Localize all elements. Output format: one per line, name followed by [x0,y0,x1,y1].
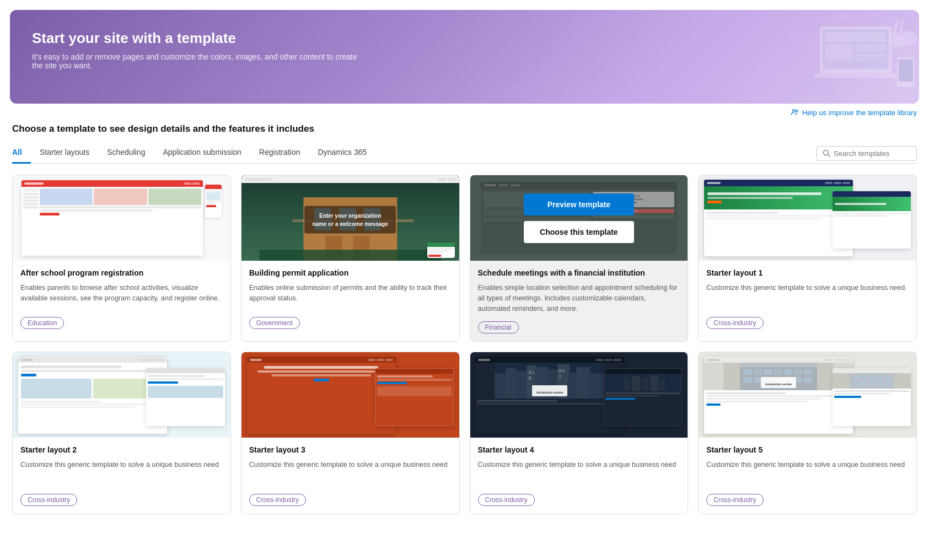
card-tag[interactable]: Cross-industry [478,494,535,506]
tab-registration[interactable]: Registration [250,143,309,164]
hero-banner: Start your site with a template It's eas… [10,10,919,104]
card-title: Starter layout 4 [478,445,680,454]
card-thumbnail [13,352,230,438]
svg-rect-47 [632,376,640,391]
template-card-starter4[interactable]: Introduction section [470,352,689,514]
card-body: Starter layout 1 Customize this generic … [699,261,916,337]
search-box[interactable] [817,146,917,161]
choose-template-button[interactable]: Choose this template [524,221,634,243]
template-card-schedule[interactable]: Schedule Welcome toReset InstitutionName [470,175,689,342]
svg-rect-4 [814,73,897,78]
card-tag[interactable]: Cross-industry [706,494,763,506]
svg-rect-42 [559,369,561,373]
side-arch [833,373,911,389]
help-link-text: Help us improve the template library [802,109,917,117]
card-title: Starter layout 5 [706,445,909,454]
card-thumbnail: Introduction section [470,352,688,438]
svg-rect-31 [515,371,528,399]
svg-rect-78 [885,382,890,386]
tab-scheduling[interactable]: Scheduling [98,143,154,164]
card-thumbnail [13,175,230,261]
preview-template-button[interactable]: Preview template [524,193,634,216]
card-body: Schedule meetings with a financial insti… [470,261,688,341]
hero-illustration [732,10,919,104]
card-thumbnail: Enter your organizationname or a welcome… [241,175,459,261]
svg-rect-56 [764,369,772,375]
template-card-after-school[interactable]: After school program registration Enable… [12,175,231,342]
card-tag[interactable]: Government [249,317,300,329]
card-title: After school program registration [20,268,223,277]
card-tag[interactable]: Financial [478,321,519,333]
card-title: Starter layout 1 [706,268,909,277]
svg-rect-50 [659,380,665,391]
card-description: Enables online submission of permits and… [249,283,452,309]
svg-rect-57 [774,369,782,375]
svg-marker-13 [841,13,845,18]
svg-rect-58 [784,369,792,375]
svg-rect-44 [559,375,561,378]
svg-rect-70 [862,375,867,380]
card-description: Customize this generic template to solve… [20,460,223,486]
svg-rect-49 [650,375,658,391]
help-link-bar: Help us improve the template library [0,104,929,119]
svg-rect-55 [754,369,762,375]
side-building [604,374,682,391]
template-card-starter3[interactable]: Starter layout 3 Customize this generic … [241,352,460,514]
card-title: Schedule meetings with a financial insti… [478,268,680,277]
svg-rect-61 [744,377,752,383]
svg-line-19 [828,155,830,157]
card-thumbnail: Introduction section [699,352,916,438]
template-card-building-permit[interactable]: Enter your organizationname or a welcome… [241,175,460,342]
card-hover-overlay: Preview template Choose this template [470,175,688,261]
svg-rect-30 [506,368,517,399]
svg-rect-10 [899,18,904,32]
svg-rect-15 [899,60,913,82]
svg-rect-54 [744,369,752,375]
svg-rect-27 [259,250,441,261]
card-thumbnail [241,352,459,438]
card-tag[interactable]: Education [20,317,64,329]
card-body: Starter layout 3 Customize this generic … [241,438,459,514]
template-card-starter2[interactable]: Starter layout 2 Customize this generic … [12,352,231,514]
svg-rect-73 [885,375,890,380]
svg-rect-67 [804,377,812,383]
card-title: Starter layout 2 [20,445,223,454]
svg-rect-6 [825,44,853,61]
svg-rect-43 [562,369,565,373]
hero-subtitle: It's easy to add or remove pages and cus… [32,52,363,70]
tab-all[interactable]: All [12,143,31,164]
svg-rect-41 [529,376,531,380]
card-description: Customize this generic template to solve… [706,460,909,486]
section-title: Choose a template to see design details … [12,123,917,134]
tab-starter-layouts[interactable]: Starter layouts [31,143,98,164]
card-description: Customize this generic template to solve… [478,460,680,486]
tab-application-submission[interactable]: Application submission [154,143,250,164]
card-body: Starter layout 2 Customize this generic … [13,438,230,514]
template-card-starter5[interactable]: Introduction section [698,352,917,514]
svg-rect-72 [877,375,883,380]
svg-rect-75 [862,382,867,386]
tab-dynamics365[interactable]: Dynamics 365 [309,143,376,164]
card-tag[interactable]: Cross-industry [249,494,306,506]
svg-rect-46 [624,379,630,391]
people-icon [791,108,799,117]
svg-rect-69 [854,375,860,380]
help-link[interactable]: Help us improve the template library [791,108,917,117]
svg-rect-7 [855,44,886,51]
svg-point-16 [792,110,795,112]
svg-rect-53 [740,363,817,367]
card-body: Starter layout 4 Customize this generic … [470,438,688,514]
template-card-starter1[interactable]: Starter layout 1 Customize this generic … [698,175,917,342]
search-icon [823,149,830,157]
svg-point-12 [888,36,906,47]
search-input[interactable] [834,149,911,158]
card-tag[interactable]: Cross-industry [20,494,77,506]
svg-rect-5 [825,32,886,42]
card-description: Customize this generic template to solve… [249,460,452,486]
card-tag[interactable]: Cross-industry [706,317,763,329]
svg-rect-60 [804,369,812,375]
card-description: Enables parents to browse after school a… [20,283,223,309]
svg-rect-74 [854,382,860,386]
card-body: Starter layout 5 Customize this generic … [699,438,916,514]
card-body: Building permit application Enables onli… [241,261,459,337]
